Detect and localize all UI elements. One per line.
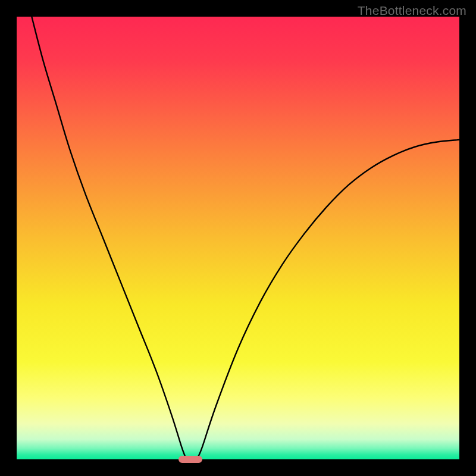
chart-curve [17,17,459,459]
watermark-text: TheBottleneck.com [358,4,466,18]
optimum-marker [178,456,203,464]
chart-plot-area [17,17,459,459]
